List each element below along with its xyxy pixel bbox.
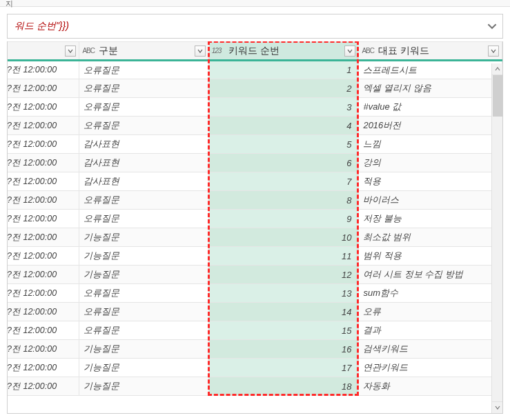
cell-class[interactable]: 오류질문 <box>79 191 208 210</box>
cell-class[interactable]: 오류질문 <box>79 117 208 135</box>
table-row[interactable]: ?전 12:00:00오류질문15결과 <box>7 321 502 340</box>
table-row[interactable]: ?전 12:00:00오류질문42016버전 <box>7 117 502 135</box>
cell-keyword[interactable]: 2016버전 <box>359 117 502 135</box>
cell-keyword[interactable]: 범위 적용 <box>359 247 502 266</box>
cell-time[interactable]: ?전 12:00:00 <box>7 154 79 172</box>
cell-keyword[interactable]: sum함수 <box>359 284 502 303</box>
column-header-time[interactable] <box>7 42 79 61</box>
column-header-keyword[interactable]: ABC 대표 키워드 <box>359 42 502 61</box>
cell-class[interactable]: 오류질문 <box>79 210 208 228</box>
cell-class[interactable]: 기능질문 <box>79 228 208 247</box>
cell-time[interactable]: ?전 12:00:00 <box>7 210 79 228</box>
scroll-thumb[interactable] <box>493 75 503 117</box>
cell-class[interactable]: 오류질문 <box>79 321 208 340</box>
table-row[interactable]: ?전 12:00:00오류질문3#value 값 <box>7 98 502 117</box>
table-row[interactable]: ?전 12:00:00오류질문9저장 불능 <box>7 210 502 228</box>
cell-keyword[interactable]: 오류 <box>359 303 502 321</box>
cell-keyword[interactable]: 강의 <box>359 154 502 172</box>
cell-seq[interactable]: 5 <box>208 135 359 154</box>
cell-seq[interactable]: 9 <box>208 210 359 228</box>
cell-class[interactable]: 기능질문 <box>79 377 208 396</box>
cell-seq[interactable]: 17 <box>208 359 359 377</box>
cell-keyword[interactable]: 연관키워드 <box>359 359 502 377</box>
cell-time[interactable]: ?전 12:00:00 <box>7 98 79 117</box>
cell-seq[interactable]: 13 <box>208 284 359 303</box>
cell-time[interactable]: ?전 12:00:00 <box>7 79 79 98</box>
table-row[interactable]: ?전 12:00:00오류질문8바이러스 <box>7 191 502 210</box>
cell-keyword[interactable]: 여러 시트 정보 수집 방법 <box>359 266 502 284</box>
cell-class[interactable]: 기능질문 <box>79 247 208 266</box>
cell-seq[interactable]: 3 <box>208 98 359 117</box>
cell-keyword[interactable]: 바이러스 <box>359 191 502 210</box>
table-row[interactable]: ?전 12:00:00기능질문12여러 시트 정보 수집 방법 <box>7 266 502 284</box>
cell-class[interactable]: 감사표현 <box>79 154 208 172</box>
cell-class[interactable]: 감사표현 <box>79 135 208 154</box>
table-row[interactable]: ?전 12:00:00기능질문16검색키워드 <box>7 340 502 359</box>
cell-time[interactable]: ?전 12:00:00 <box>7 247 79 266</box>
cell-keyword[interactable]: 검색키워드 <box>359 340 502 359</box>
table-row[interactable]: ?전 12:00:00기능질문11범위 적용 <box>7 247 502 266</box>
cell-time[interactable]: ?전 12:00:00 <box>7 228 79 247</box>
cell-class[interactable]: 오류질문 <box>79 61 208 79</box>
cell-class[interactable]: 기능질문 <box>79 266 208 284</box>
scroll-down-button[interactable] <box>492 401 503 413</box>
cell-seq[interactable]: 7 <box>208 172 359 191</box>
cell-seq[interactable]: 18 <box>208 377 359 396</box>
cell-time[interactable]: ?전 12:00:00 <box>7 117 79 135</box>
cell-seq[interactable]: 1 <box>208 61 359 79</box>
table-row[interactable]: ?전 12:00:00오류질문2엑셀 열리지 않음 <box>7 79 502 98</box>
cell-seq[interactable]: 14 <box>208 303 359 321</box>
table-row[interactable]: ?전 12:00:00기능질문17연관키워드 <box>7 359 502 377</box>
filter-button[interactable] <box>195 46 206 57</box>
cell-time[interactable]: ?전 12:00:00 <box>7 191 79 210</box>
cell-keyword[interactable]: 결과 <box>359 321 502 340</box>
scroll-up-button[interactable] <box>492 63 503 75</box>
filter-button[interactable] <box>488 46 499 57</box>
cell-time[interactable]: ?전 12:00:00 <box>7 266 79 284</box>
cell-class[interactable]: 감사표현 <box>79 172 208 191</box>
expand-formula-button[interactable] <box>486 20 498 32</box>
table-row[interactable]: ?전 12:00:00오류질문14오류 <box>7 303 502 321</box>
table-row[interactable]: ?전 12:00:00기능질문18자동화 <box>7 377 502 396</box>
cell-class[interactable]: 오류질문 <box>79 98 208 117</box>
filter-button[interactable] <box>344 46 355 57</box>
cell-keyword[interactable]: 엑셀 열리지 않음 <box>359 79 502 98</box>
table-row[interactable]: ?전 12:00:00감사표현7적용 <box>7 172 502 191</box>
cell-seq[interactable]: 2 <box>208 79 359 98</box>
cell-keyword[interactable]: #value 값 <box>359 98 502 117</box>
cell-seq[interactable]: 4 <box>208 117 359 135</box>
table-row[interactable]: ?전 12:00:00기능질문10최소값 범위 <box>7 228 502 247</box>
cell-seq[interactable]: 8 <box>208 191 359 210</box>
cell-time[interactable]: ?전 12:00:00 <box>7 340 79 359</box>
cell-time[interactable]: ?전 12:00:00 <box>7 284 79 303</box>
cell-keyword[interactable]: 자동화 <box>359 377 502 396</box>
table-row[interactable]: ?전 12:00:00감사표현6강의 <box>7 154 502 172</box>
cell-time[interactable]: ?전 12:00:00 <box>7 172 79 191</box>
cell-keyword[interactable]: 스프레드시트 <box>359 61 502 79</box>
cell-class[interactable]: 오류질문 <box>79 303 208 321</box>
formula-bar[interactable]: 워드 순번"}}) <box>7 14 503 39</box>
table-row[interactable]: ?전 12:00:00오류질문1스프레드시트 <box>7 61 502 79</box>
cell-seq[interactable]: 10 <box>208 228 359 247</box>
vertical-scrollbar[interactable] <box>491 63 503 413</box>
cell-time[interactable]: ?전 12:00:00 <box>7 321 79 340</box>
cell-time[interactable]: ?전 12:00:00 <box>7 135 79 154</box>
cell-keyword[interactable]: 적용 <box>359 172 502 191</box>
cell-seq[interactable]: 12 <box>208 266 359 284</box>
cell-time[interactable]: ?전 12:00:00 <box>7 61 79 79</box>
cell-time[interactable]: ?전 12:00:00 <box>7 359 79 377</box>
cell-keyword[interactable]: 느낌 <box>359 135 502 154</box>
cell-class[interactable]: 오류질문 <box>79 79 208 98</box>
cell-time[interactable]: ?전 12:00:00 <box>7 303 79 321</box>
column-header-class[interactable]: ABC 구분 <box>79 42 208 61</box>
cell-keyword[interactable]: 저장 불능 <box>359 210 502 228</box>
cell-class[interactable]: 기능질문 <box>79 359 208 377</box>
cell-seq[interactable]: 11 <box>208 247 359 266</box>
cell-class[interactable]: 오류질문 <box>79 284 208 303</box>
column-header-seq[interactable]: 123 키워드 순번 <box>208 42 359 61</box>
table-row[interactable]: ?전 12:00:00감사표현5느낌 <box>7 135 502 154</box>
filter-button[interactable] <box>65 46 76 57</box>
cell-time[interactable]: ?전 12:00:00 <box>7 377 79 396</box>
table-row[interactable]: ?전 12:00:00오류질문13sum함수 <box>7 284 502 303</box>
cell-seq[interactable]: 16 <box>208 340 359 359</box>
